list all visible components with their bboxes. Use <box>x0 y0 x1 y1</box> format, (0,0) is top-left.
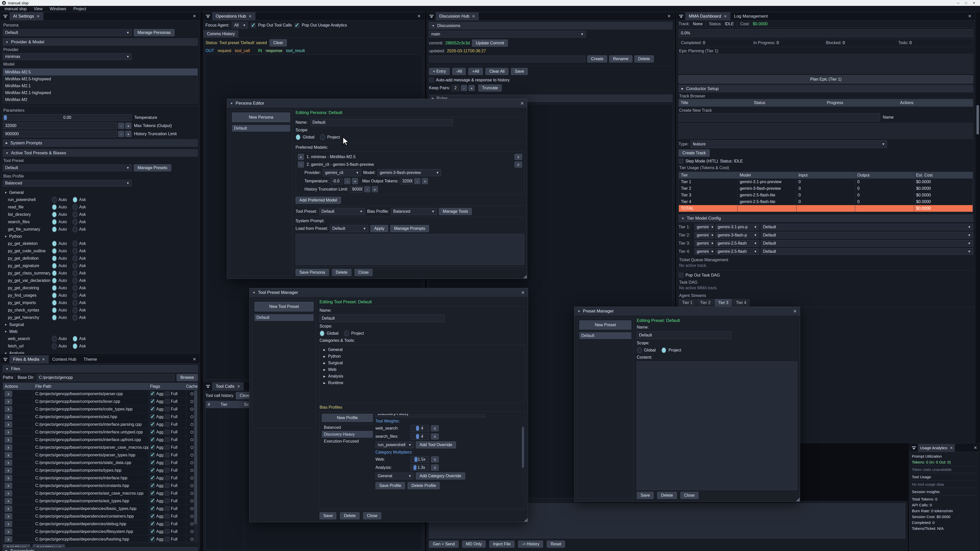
remove-file-button[interactable]: x <box>5 536 12 542</box>
panel-close-icon[interactable]: ✕ <box>964 14 975 19</box>
new-tool-preset-button[interactable]: New Tool Preset <box>255 302 313 311</box>
maximize-icon[interactable]: □ <box>965 1 967 5</box>
global-radio[interactable] <box>320 330 325 337</box>
tab-usage-analytics[interactable]: Usage Analytics✕ <box>918 444 955 452</box>
model-item[interactable]: MiniMax-M2.5-highspeed <box>3 76 197 83</box>
tier3-model-select[interactable]: gemini-2.5-flash▼ <box>715 240 759 247</box>
remove-file-button[interactable]: x <box>5 467 12 473</box>
full-checkbox[interactable] <box>165 460 169 465</box>
to-history-button[interactable]: -> History <box>518 540 543 548</box>
ask-radio[interactable] <box>73 226 78 232</box>
tab-close-icon[interactable]: ✕ <box>42 357 45 362</box>
full-checkbox[interactable] <box>165 453 169 457</box>
persona-list-item[interactable]: Default <box>232 125 290 132</box>
remove-file-button[interactable]: x <box>5 498 12 504</box>
slider-thumb[interactable] <box>4 115 7 120</box>
tier1-model-select[interactable]: gemini-3.1-pro-p▼ <box>715 224 759 230</box>
panel-close-icon[interactable]: ✕ <box>664 14 675 19</box>
panel-menu-icon[interactable] <box>206 385 210 388</box>
move-down-button[interactable]: - <box>298 162 304 168</box>
tier2-provider-select[interactable]: gemini▼ <box>694 232 714 238</box>
remove-file-button[interactable]: x <box>5 399 12 405</box>
pref-max-tokens-input[interactable]: 32000 <box>400 178 413 184</box>
manage-prompts-button[interactable]: Manage Prompts <box>390 225 429 232</box>
tool-preset-select[interactable]: Default▼ <box>3 165 132 171</box>
tab-discussion-hub[interactable]: Discussion Hub✕ <box>436 12 479 21</box>
tab-close-icon[interactable]: ✕ <box>724 14 727 19</box>
persona-bias-select[interactable]: Balanced▼ <box>391 208 437 215</box>
auto-radio[interactable] <box>52 226 57 232</box>
full-checkbox[interactable] <box>165 537 169 541</box>
resize-grip[interactable] <box>796 498 800 501</box>
apply-button[interactable]: Apply <box>370 225 388 232</box>
tool-override-select[interactable]: run_powershell▼ <box>375 441 414 448</box>
ask-radio[interactable] <box>73 307 78 313</box>
ask-radio[interactable] <box>73 292 78 299</box>
remove-file-button[interactable]: x <box>5 513 12 519</box>
increment-button[interactable]: + <box>469 85 475 91</box>
full-checkbox[interactable] <box>165 445 169 450</box>
full-checkbox[interactable] <box>165 414 169 419</box>
project-radio[interactable] <box>344 330 349 337</box>
web-search-weight-slider[interactable]: 4 <box>410 425 429 432</box>
menu-windows[interactable]: Windows <box>47 6 69 11</box>
remove-file-button[interactable]: x <box>5 437 12 443</box>
provider-model-section-header[interactable]: ▼Provider & Model <box>3 38 198 46</box>
remove-file-button[interactable]: x <box>5 429 12 435</box>
increment-button[interactable]: + <box>352 178 358 184</box>
browse-button[interactable]: Browse <box>177 374 198 381</box>
remove-multiplier-button[interactable]: x <box>431 456 439 462</box>
panel-close-icon[interactable]: ✕ <box>189 14 200 19</box>
agg-checkbox[interactable] <box>150 430 155 434</box>
auto-radio[interactable] <box>52 241 57 247</box>
new-preset-button[interactable]: New Preset <box>579 321 632 330</box>
auto-radio[interactable] <box>52 219 57 225</box>
pm-titlebar[interactable]: ▼ Preset Manager ✕ <box>574 307 800 316</box>
update-commit-button[interactable]: Update Commit <box>472 40 508 47</box>
tool-preset-list-item[interactable]: Default <box>255 314 313 321</box>
agg-checkbox[interactable] <box>150 468 155 473</box>
remove-file-button[interactable]: x <box>5 445 12 451</box>
increment-button[interactable]: + <box>125 123 131 129</box>
tab-close-icon[interactable]: ✕ <box>472 14 475 19</box>
remove-file-button[interactable]: x <box>5 414 12 420</box>
delete-tool-preset-button[interactable]: Delete <box>340 512 360 519</box>
bias-profile-select[interactable]: Balanced▼ <box>3 180 132 186</box>
full-checkbox[interactable] <box>165 437 169 442</box>
full-checkbox[interactable] <box>165 407 169 411</box>
auto-add-checkbox[interactable] <box>429 78 434 83</box>
ask-radio[interactable] <box>73 336 78 342</box>
inject-file-button[interactable]: Inject File <box>489 540 514 548</box>
tool-group-python[interactable]: ▼Python <box>1 233 200 240</box>
agg-checkbox[interactable] <box>150 445 155 450</box>
close-persona-button[interactable]: Close <box>355 269 372 276</box>
remove-file-button[interactable]: x <box>5 483 12 489</box>
temperature-slider[interactable]: 0.00 <box>3 114 132 121</box>
project-radio[interactable] <box>661 347 667 353</box>
preset-content-textarea[interactable] <box>637 362 797 490</box>
full-checkbox[interactable] <box>165 506 169 511</box>
pop-out-tool-calls-checkbox[interactable] <box>251 23 256 28</box>
panel-menu-icon[interactable] <box>912 446 916 449</box>
auto-radio[interactable] <box>52 343 57 349</box>
new-profile-button[interactable]: New Profile <box>322 414 373 422</box>
ask-radio[interactable] <box>73 285 78 291</box>
tier1-preset-select[interactable]: Default▼ <box>761 224 973 230</box>
full-checkbox[interactable] <box>165 499 169 503</box>
menu-project[interactable]: Project <box>70 6 89 11</box>
tab-close-icon[interactable]: ✕ <box>237 384 240 389</box>
increment-button[interactable]: + <box>422 178 428 184</box>
menu-view[interactable]: View <box>30 6 45 11</box>
auto-radio[interactable] <box>52 197 57 203</box>
full-checkbox[interactable] <box>165 475 169 480</box>
remove-file-button[interactable]: x <box>5 421 12 427</box>
agg-checkbox[interactable] <box>150 437 155 442</box>
pop-out-task-dag-checkbox[interactable] <box>679 273 683 278</box>
gen-send-button[interactable]: Gen + Send <box>429 540 458 548</box>
menu-app[interactable]: manual slop <box>2 6 30 11</box>
auto-radio[interactable] <box>52 300 57 306</box>
agg-checkbox[interactable] <box>150 491 155 495</box>
load-preset-select[interactable]: Default▼ <box>330 225 368 232</box>
tier4-provider-select[interactable]: gemini▼ <box>694 248 714 255</box>
tab-tier-3[interactable]: Tier 3 <box>714 299 732 306</box>
